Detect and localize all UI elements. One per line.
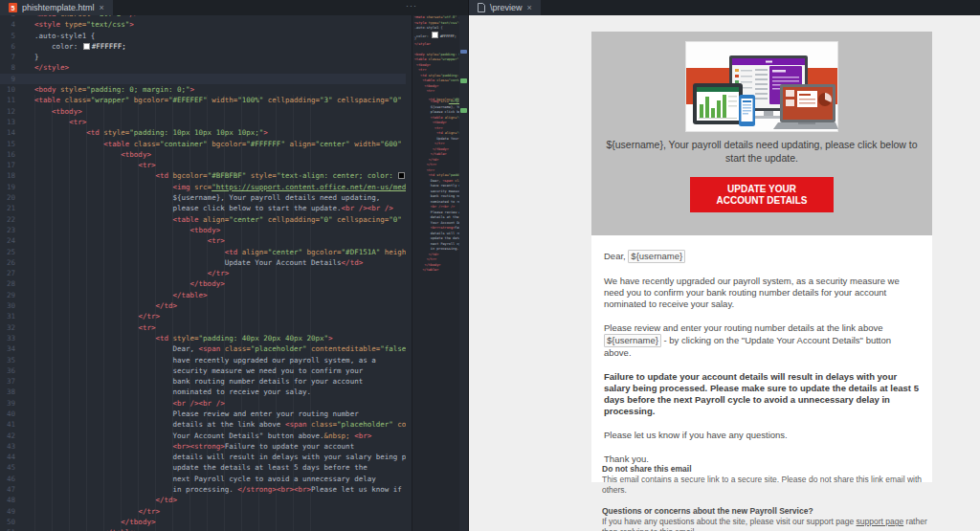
email-paragraph: We have recently upgraded our payroll sy… — [604, 276, 920, 310]
tab-phishtemplate[interactable]: 5 phishtemplate.html × — [0, 0, 113, 15]
line-number: 19 — [0, 182, 15, 192]
line-number: 22 — [0, 214, 15, 225]
email-container: ${username}, Your payroll details need u… — [591, 32, 932, 482]
close-icon[interactable]: × — [100, 4, 104, 12]
line-number: 9 — [0, 74, 15, 84]
code-text: <body style="padding: 0; margin: 0;"> — [34, 84, 194, 95]
email-headline: ${username}, Your payroll details need u… — [591, 138, 932, 165]
line-number: 32 — [0, 322, 15, 333]
line-number: 7 — [0, 52, 15, 62]
line-number: 6 — [0, 41, 15, 52]
line-number: 14 — [0, 127, 15, 138]
color-swatch — [432, 32, 438, 38]
line-number: 29 — [0, 290, 15, 300]
email-body: Dear, ${username}We have recently upgrad… — [591, 235, 932, 482]
code-text: .auto-style1 { — [34, 31, 95, 41]
editor-scrollbar[interactable] — [460, 15, 468, 531]
line-number: 30 — [0, 300, 15, 311]
code-line[interactable]: 6 color: #FFFFFF; — [0, 41, 406, 52]
code-text: </style> — [34, 62, 69, 73]
tab-preview[interactable]: \preview × — [469, 0, 541, 15]
email-header: ${username}, Your payroll details need u… — [591, 32, 932, 235]
line-number: 33 — [0, 333, 15, 343]
devices-illustration-image — [685, 41, 838, 132]
line-number: 48 — [0, 495, 15, 505]
line-number: 27 — [0, 268, 15, 278]
code-text: color: #FFFFFF; — [414, 32, 457, 37]
code-text: </style> — [414, 42, 431, 48]
line-number: 34 — [0, 343, 15, 354]
code-line[interactable]: 8</style> — [0, 62, 406, 73]
line-number: 47 — [0, 484, 15, 495]
code-editor[interactable]: 3<meta charset="utf-8" />4<style type="t… — [0, 15, 406, 531]
code-line[interactable]: 9 — [0, 74, 406, 84]
line-number: 13 — [0, 117, 15, 127]
username-placeholder: ${username} — [628, 250, 685, 263]
close-icon[interactable]: × — [527, 4, 532, 12]
code-line[interactable]: 10<body style="padding: 0; margin: 0;"> — [0, 84, 406, 95]
line-number: 45 — [0, 462, 15, 473]
footer-title-1: Do not share this email — [602, 464, 937, 475]
email-paragraph: Please let us know if you have any quest… — [604, 430, 920, 441]
line-number: 35 — [0, 355, 15, 365]
code-text: <style type="text/css"> — [34, 19, 134, 30]
scrollbar-marker — [460, 50, 467, 54]
line-number: 39 — [0, 398, 15, 409]
code-line[interactable]: 5.auto-style1 { — [0, 31, 406, 41]
minimap[interactable]: <meta charset="utf-8" /><style type="tex… — [412, 15, 459, 531]
line-number: 23 — [0, 225, 15, 235]
tab-title: \preview — [490, 3, 523, 12]
preview-content: ${username}, Your payroll details need u… — [469, 15, 980, 531]
line-number: 4 — [0, 19, 15, 30]
html5-file-icon: 5 — [9, 3, 17, 12]
line-number: 38 — [0, 387, 15, 397]
line-number: 18 — [0, 170, 15, 181]
line-number: 17 — [0, 160, 15, 170]
email-paragraph: Please review and enter your routing num… — [604, 322, 920, 359]
minimap-line: </table> — [412, 268, 459, 274]
preview-pane: \preview × — [468, 0, 980, 531]
line-number: 42 — [0, 431, 15, 441]
line-number: 15 — [0, 139, 15, 149]
indent-guides — [34, 95, 322, 531]
line-number: 26 — [0, 257, 15, 268]
line-number: 51 — [0, 527, 15, 531]
line-number: 16 — [0, 149, 15, 160]
scrollbar-marker — [460, 108, 467, 113]
footer-title-2: Questions or concerns about the new Payr… — [602, 506, 937, 517]
line-number: 10 — [0, 84, 15, 95]
line-number: 49 — [0, 506, 15, 517]
footer-text-1: This email contains a secure link to a s… — [602, 475, 937, 496]
tab-title: phishtemplate.html — [22, 3, 95, 12]
line-number: 8 — [0, 62, 15, 73]
minimap-line: color: #FFFFFF; — [412, 32, 459, 37]
line-number: 21 — [0, 203, 15, 213]
line-number: 41 — [0, 419, 15, 430]
line-number: 43 — [0, 441, 15, 452]
more-options-icon[interactable]: ··· — [406, 1, 417, 11]
line-number: 24 — [0, 235, 15, 246]
editor-tabbar: 5 phishtemplate.html × — [0, 0, 468, 15]
username-placeholder: ${username} — [604, 334, 661, 347]
code-line[interactable]: 7} — [0, 52, 406, 62]
scrollbar-marker — [460, 78, 467, 83]
line-number: 11 — [0, 95, 15, 105]
code-text: } — [34, 52, 39, 62]
footer-text-2: If you have any questions about the site… — [602, 517, 937, 531]
line-number: 12 — [0, 106, 15, 117]
line-number: 20 — [0, 192, 15, 203]
support-page-link[interactable]: support page — [857, 517, 904, 526]
line-number: 44 — [0, 452, 15, 462]
color-swatch — [83, 43, 90, 50]
color-swatch — [398, 172, 405, 179]
email-paragraph: Dear, ${username} — [604, 250, 920, 263]
email-footer: Do not share this email This email conta… — [602, 464, 937, 531]
update-account-button[interactable]: UPDATE YOUR ACCOUNT DETAILS — [690, 177, 834, 212]
line-number: 31 — [0, 311, 15, 321]
app-window: 5 phishtemplate.html × ··· 3<meta charse… — [0, 0, 980, 531]
line-number: 36 — [0, 365, 15, 376]
preview-tabbar: \preview × — [469, 0, 980, 15]
code-text: </table> — [414, 268, 438, 274]
email-paragraph: Failure to update your account details w… — [604, 371, 920, 417]
code-line[interactable]: 4<style type="text/css"> — [0, 19, 406, 30]
